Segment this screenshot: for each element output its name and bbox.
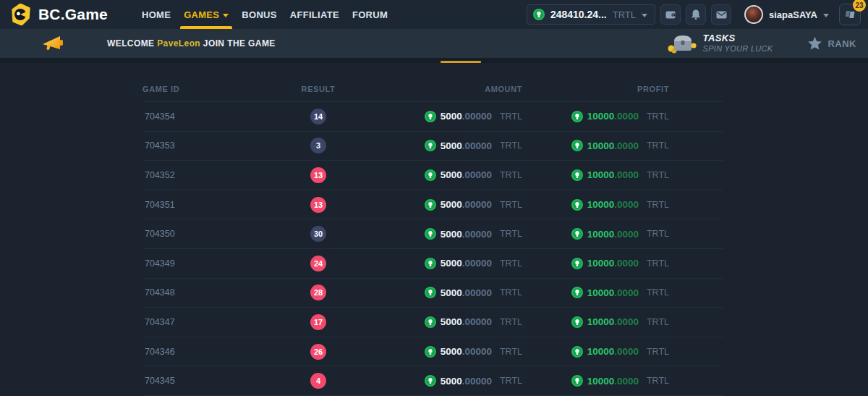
game-id-cell: 704347 — [142, 317, 277, 327]
amount-currency: TRTL — [500, 317, 522, 327]
profit-currency: TRTL — [647, 111, 669, 122]
trtl-coin-icon — [425, 228, 436, 240]
trtl-coin-icon — [425, 169, 436, 181]
table-header-row: GAME ID RESULT AMOUNT PROFIT — [142, 76, 723, 102]
messages-button[interactable] — [711, 4, 731, 25]
result-cell: 13 — [277, 167, 359, 183]
game-id-cell: 704351 — [142, 200, 277, 210]
profit-cell: 10000.0000 TRTL — [522, 228, 669, 240]
announcement-username[interactable]: PaveLeon — [157, 38, 200, 49]
bcgame-logo-icon — [10, 4, 32, 25]
profit-currency: TRTL — [647, 258, 669, 269]
table-row[interactable]: 704351 13 5000.00000 TRTL 10000.0000 TRT — [142, 190, 723, 220]
balance-amount: 248410.24... — [550, 9, 607, 20]
bell-icon — [690, 9, 702, 20]
rank-widget[interactable]: RANK — [807, 36, 856, 51]
table-row[interactable]: 704349 24 5000.00000 TRTL 10000.0000 TRT — [142, 249, 723, 279]
tab-strip — [0, 58, 868, 63]
wallet-icon — [665, 9, 677, 21]
game-id-cell: 704353 — [142, 140, 277, 151]
amount-cell: 5000.00000 TRTL — [359, 316, 522, 328]
profit-cell: 10000.0000 TRTL — [522, 140, 669, 151]
profit-cell: 10000.0000 TRTL — [522, 346, 669, 358]
profit-cell: 10000.0000 TRTL — [522, 287, 669, 298]
user-menu[interactable]: siapaSAYA — [744, 5, 829, 24]
trtl-coin-icon — [425, 199, 436, 211]
nav-item-games[interactable]: GAMES — [177, 0, 235, 29]
result-badge: 17 — [310, 314, 326, 330]
trtl-coin-icon — [571, 258, 583, 269]
result-cell: 13 — [277, 197, 359, 213]
game-id-cell: 704352 — [142, 170, 277, 180]
profit-currency: TRTL — [647, 140, 669, 151]
top-navigation-bar: BC.Game HOME GAMES BONUS AFFILIATE FORUM — [0, 0, 868, 29]
amount-cell: 5000.00000 TRTL — [359, 111, 522, 122]
header-game-id: GAME ID — [142, 85, 277, 93]
balance-currency: TRTL — [613, 9, 636, 20]
result-cell: 30 — [277, 226, 359, 242]
amount-currency: TRTL — [500, 376, 522, 386]
amount-currency: TRTL — [500, 170, 522, 180]
table-row[interactable]: 704348 28 5000.00000 TRTL 10000.0000 TRT — [142, 279, 723, 308]
trtl-coin-icon — [425, 346, 436, 358]
table-row[interactable]: 704354 14 5000.00000 TRTL 10000.0000 TRT — [142, 102, 723, 132]
game-id-cell: 704348 — [142, 287, 277, 298]
game-id-cell: 704349 — [142, 258, 277, 269]
nav-item-forum[interactable]: FORUM — [346, 0, 394, 29]
table-row[interactable]: 704345 4 5000.00000 TRTL 10000.0000 TRTL — [142, 366, 723, 396]
chevron-down-icon — [223, 14, 229, 17]
announcement-right-widgets: TASKS SPIN YOUR LUCK RANK — [667, 33, 856, 54]
nav-item-affiliate[interactable]: AFFILIATE — [284, 0, 346, 29]
result-badge: 26 — [310, 344, 326, 360]
table-row[interactable]: 704347 17 5000.00000 TRTL 10000.0000 TRT — [142, 308, 723, 337]
table-row[interactable]: 704353 3 5000.00000 TRTL 10000.0000 TRTL — [142, 132, 723, 161]
profit-currency: TRTL — [647, 287, 669, 298]
chevron-down-icon — [642, 14, 647, 17]
amount-currency: TRTL — [500, 287, 522, 298]
treasure-chest-icon — [667, 33, 697, 54]
amount-currency: TRTL — [500, 111, 522, 122]
result-badge: 3 — [310, 138, 326, 153]
topbar-right-controls: 248410.24... TRTL siapaSAYA — [527, 4, 861, 25]
notifications-button[interactable] — [686, 4, 706, 25]
profit-currency: TRTL — [647, 229, 669, 239]
balance-selector[interactable]: 248410.24... TRTL — [527, 4, 655, 25]
game-id-cell: 704345 — [142, 376, 277, 386]
result-badge: 24 — [310, 256, 326, 271]
header-profit: PROFIT — [522, 85, 669, 93]
result-cell: 14 — [277, 109, 359, 125]
table-row[interactable]: 704346 26 5000.00000 TRTL 10000.0000 TRT — [142, 337, 723, 367]
wallet-button[interactable] — [660, 4, 681, 25]
table-row[interactable]: 704352 13 5000.00000 TRTL 10000.0000 TRT — [142, 161, 723, 190]
profit-currency: TRTL — [647, 347, 669, 357]
amount-cell: 5000.00000 TRTL — [359, 169, 522, 181]
table-body: 704354 14 5000.00000 TRTL 10000.0000 TRT — [142, 102, 723, 396]
result-badge: 14 — [310, 109, 326, 125]
amount-cell: 5000.00000 TRTL — [359, 228, 522, 240]
profit-currency: TRTL — [647, 376, 669, 386]
game-id-cell: 704354 — [142, 111, 277, 122]
announcement-bar: WELCOME PaveLeon JOIN THE GAME TASKS SPI… — [0, 29, 868, 58]
announcement-prefix: WELCOME — [107, 38, 154, 49]
result-cell: 4 — [277, 373, 359, 389]
amount-cell: 5000.00000 TRTL — [359, 140, 522, 151]
table-row[interactable]: 704350 30 5000.00000 TRTL 10000.0000 TRT — [142, 219, 723, 249]
announcement-suffix: JOIN THE GAME — [203, 38, 276, 49]
trtl-coin-icon — [571, 375, 583, 387]
profit-cell: 10000.0000 TRTL — [522, 169, 669, 181]
trtl-coin-icon — [571, 287, 583, 298]
profit-cell: 10000.0000 TRTL — [522, 111, 669, 122]
nav-item-bonus[interactable]: BONUS — [235, 0, 283, 29]
brand-logo-link[interactable]: BC.Game — [10, 4, 108, 25]
amount-cell: 5000.00000 TRTL — [359, 375, 522, 387]
trtl-coin-icon — [425, 140, 436, 151]
tasks-widget[interactable]: TASKS SPIN YOUR LUCK — [667, 33, 773, 54]
envelope-icon — [715, 9, 728, 21]
result-badge: 28 — [310, 285, 326, 300]
amount-cell: 5000.00000 TRTL — [359, 287, 522, 298]
chat-button[interactable]: 23 — [839, 4, 861, 25]
tasks-title: TASKS — [703, 33, 773, 44]
header-result: RESULT — [277, 85, 359, 93]
result-badge: 13 — [310, 197, 326, 213]
nav-item-home[interactable]: HOME — [135, 0, 177, 29]
